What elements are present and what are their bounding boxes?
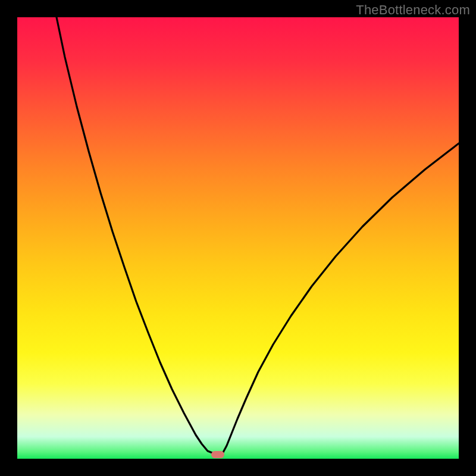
plot-area	[17, 17, 459, 459]
bottleneck-curve	[57, 17, 459, 453]
curve-svg	[17, 17, 459, 459]
watermark-text: TheBottleneck.com	[356, 2, 470, 18]
chart-frame: TheBottleneck.com	[0, 0, 476, 476]
minimum-marker	[211, 451, 224, 458]
